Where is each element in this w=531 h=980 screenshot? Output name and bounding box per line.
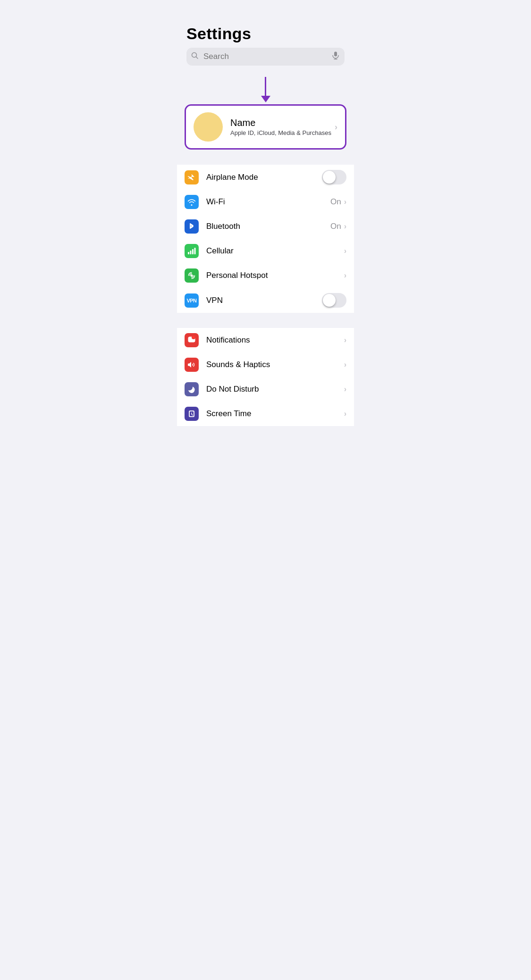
profile-card-wrapper: Name Apple ID, iCloud, Media & Purchases…	[177, 104, 354, 150]
sounds-label: Sounds & Haptics	[206, 360, 344, 369]
profile-chevron: ›	[335, 122, 337, 132]
svg-rect-7	[192, 249, 194, 254]
wifi-chevron: ›	[344, 198, 346, 206]
section-gap-1	[177, 157, 354, 165]
vpn-icon: VPN	[185, 293, 199, 308]
header: Settings	[177, 0, 354, 77]
svg-rect-8	[194, 248, 196, 254]
bluetooth-icon	[185, 219, 199, 234]
profile-subtitle: Apple ID, iCloud, Media & Purchases	[230, 129, 335, 136]
wifi-icon	[185, 195, 199, 209]
airplane-mode-icon	[185, 170, 199, 184]
personal-hotspot-icon	[185, 268, 199, 283]
do-not-disturb-chevron: ›	[344, 385, 346, 394]
profile-name: Name	[230, 117, 335, 128]
notifications-row[interactable]: Notifications ›	[177, 328, 354, 352]
airplane-mode-toggle-knob	[323, 171, 336, 184]
airplane-mode-row[interactable]: Airplane Mode	[177, 165, 354, 190]
screen-time-row[interactable]: Screen Time ›	[177, 402, 354, 426]
bluetooth-label: Bluetooth	[206, 222, 330, 231]
page-title: Settings	[186, 25, 345, 43]
cellular-label: Cellular	[206, 246, 344, 256]
wifi-label: Wi-Fi	[206, 197, 330, 207]
avatar	[194, 112, 223, 142]
annotation-arrow	[177, 77, 354, 102]
profile-card[interactable]: Name Apple ID, iCloud, Media & Purchases…	[185, 104, 346, 150]
search-bar[interactable]	[186, 48, 345, 66]
do-not-disturb-icon	[185, 382, 199, 396]
do-not-disturb-label: Do Not Disturb	[206, 385, 344, 394]
connectivity-section: Airplane Mode Wi-Fi On ›	[177, 165, 354, 313]
system-section: Notifications › Sounds & Haptics ›	[177, 328, 354, 426]
screen-time-icon	[185, 407, 199, 421]
svg-rect-6	[190, 251, 192, 254]
vpn-icon-label: VPN	[186, 298, 196, 303]
wifi-value: On	[330, 197, 341, 207]
notifications-icon	[185, 333, 199, 347]
bluetooth-row[interactable]: Bluetooth On ›	[177, 214, 354, 239]
wifi-row[interactable]: Wi-Fi On ›	[177, 190, 354, 214]
notifications-label: Notifications	[206, 335, 344, 345]
personal-hotspot-row[interactable]: Personal Hotspot ›	[177, 263, 354, 288]
svg-rect-2	[334, 52, 337, 57]
screen-time-chevron: ›	[344, 410, 346, 418]
svg-line-1	[196, 57, 198, 59]
search-bar-container[interactable]	[186, 48, 345, 66]
vpn-toggle[interactable]	[322, 293, 346, 308]
vpn-row[interactable]: VPN VPN	[177, 288, 354, 313]
search-input[interactable]	[203, 52, 328, 61]
notifications-chevron: ›	[344, 336, 346, 344]
cellular-chevron: ›	[344, 247, 346, 255]
mic-icon[interactable]	[331, 51, 340, 62]
personal-hotspot-label: Personal Hotspot	[206, 271, 344, 280]
profile-info: Name Apple ID, iCloud, Media & Purchases	[230, 117, 335, 136]
bluetooth-value: On	[330, 222, 341, 231]
sounds-row[interactable]: Sounds & Haptics ›	[177, 352, 354, 377]
cellular-row[interactable]: Cellular ›	[177, 239, 354, 263]
settings-page: Settings	[177, 0, 354, 980]
svg-point-13	[192, 336, 195, 339]
screen-time-label: Screen Time	[206, 409, 344, 419]
svg-rect-5	[188, 252, 189, 254]
airplane-mode-label: Airplane Mode	[206, 173, 322, 182]
section-gap-2	[177, 320, 354, 328]
search-icon	[191, 52, 199, 61]
bluetooth-chevron: ›	[344, 222, 346, 231]
personal-hotspot-chevron: ›	[344, 271, 346, 280]
sounds-chevron: ›	[344, 360, 346, 369]
vpn-label: VPN	[206, 296, 322, 305]
airplane-mode-toggle[interactable]	[322, 170, 346, 184]
svg-point-9	[191, 275, 193, 277]
sounds-icon	[185, 358, 199, 372]
vpn-toggle-knob	[323, 294, 336, 307]
do-not-disturb-row[interactable]: Do Not Disturb ›	[177, 377, 354, 402]
cellular-icon	[185, 244, 199, 258]
